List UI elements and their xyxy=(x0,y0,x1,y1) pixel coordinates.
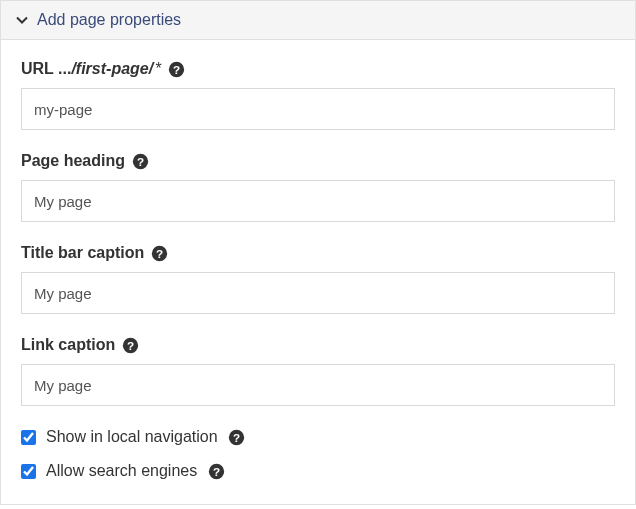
field-title-bar: Title bar caption ? xyxy=(21,244,615,314)
svg-text:?: ? xyxy=(233,430,240,443)
svg-text:?: ? xyxy=(173,62,180,75)
svg-text:?: ? xyxy=(156,246,163,259)
url-label: URL .../first-page/ * ? xyxy=(21,60,615,78)
title-bar-input[interactable] xyxy=(21,272,615,314)
panel-title: Add page properties xyxy=(37,11,181,29)
field-url: URL .../first-page/ * ? xyxy=(21,60,615,130)
url-input[interactable] xyxy=(21,88,615,130)
help-icon[interactable]: ? xyxy=(150,244,168,262)
panel-body: URL .../first-page/ * ? Page heading ? T… xyxy=(1,40,635,504)
chevron-down-icon xyxy=(15,13,29,27)
show-nav-row: Show in local navigation ? xyxy=(21,428,615,446)
link-caption-input[interactable] xyxy=(21,364,615,406)
page-heading-input[interactable] xyxy=(21,180,615,222)
show-nav-label[interactable]: Show in local navigation xyxy=(46,428,218,446)
link-caption-label-text: Link caption xyxy=(21,336,115,354)
svg-text:?: ? xyxy=(136,154,143,167)
help-icon[interactable]: ? xyxy=(207,462,225,480)
panel-header[interactable]: Add page properties xyxy=(1,1,635,40)
title-bar-label: Title bar caption ? xyxy=(21,244,615,262)
url-required-mark: * xyxy=(151,60,162,77)
field-page-heading: Page heading ? xyxy=(21,152,615,222)
page-heading-label-text: Page heading xyxy=(21,152,125,170)
svg-text:?: ? xyxy=(213,464,220,477)
field-link-caption: Link caption ? xyxy=(21,336,615,406)
page-properties-panel: Add page properties URL .../first-page/ … xyxy=(0,0,636,505)
allow-search-row: Allow search engines ? xyxy=(21,462,615,480)
page-heading-label: Page heading ? xyxy=(21,152,615,170)
help-icon[interactable]: ? xyxy=(228,428,246,446)
show-nav-checkbox[interactable] xyxy=(21,430,36,445)
url-label-prefix: URL ... xyxy=(21,60,71,77)
title-bar-label-text: Title bar caption xyxy=(21,244,144,262)
link-caption-label: Link caption ? xyxy=(21,336,615,354)
svg-text:?: ? xyxy=(127,338,134,351)
help-icon[interactable]: ? xyxy=(121,336,139,354)
allow-search-label[interactable]: Allow search engines xyxy=(46,462,197,480)
help-icon[interactable]: ? xyxy=(168,60,186,78)
allow-search-checkbox[interactable] xyxy=(21,464,36,479)
url-label-slug: /first-page/ xyxy=(71,60,153,77)
help-icon[interactable]: ? xyxy=(131,152,149,170)
